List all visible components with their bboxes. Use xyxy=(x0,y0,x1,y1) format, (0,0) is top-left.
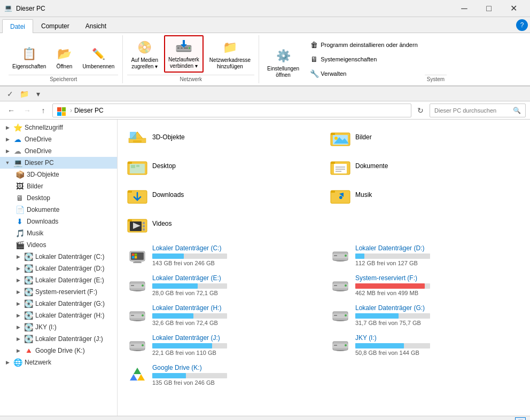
laufwerk-e-icon: 💽 xyxy=(24,276,33,284)
search-icon: 🔍 xyxy=(513,107,521,114)
view-large-icons-button[interactable]: ⊞ xyxy=(502,417,513,421)
laufwerk-g-label: Lokaler Datenträger (G:) xyxy=(35,300,105,307)
sidebar-item-laufwerk-h[interactable]: ▶ 💽 Lokaler Datenträger (H:) xyxy=(0,310,117,321)
onedrive1-icon: ☁ xyxy=(13,135,22,144)
address-path[interactable]: › Dieser PC xyxy=(52,104,411,117)
sidebar-item-laufwerk-d[interactable]: ▶ 💽 Lokaler Datenträger (D:) xyxy=(0,263,117,274)
laufwerk-h-icon: 💽 xyxy=(24,311,33,320)
qat-check-button[interactable]: ✓ xyxy=(4,88,16,100)
drive-item-c[interactable]: Lokaler Datenträger (C:) 143 GB frei von… xyxy=(122,241,323,269)
sidebar-item-dieser-pc[interactable]: ▼ 💻 Dieser PC xyxy=(0,157,117,169)
oeffnen-button[interactable]: 📂 Öffnen xyxy=(52,43,76,73)
drive-item-j[interactable]: Lokaler Datenträger (J:) 22,1 GB frei vo… xyxy=(122,331,323,359)
expand-icon: ▶ xyxy=(15,300,21,307)
dieser-pc-icon: 💻 xyxy=(13,159,22,167)
einstellungen-icon: ⚙️ xyxy=(275,47,292,65)
svg-marker-83 xyxy=(130,374,137,381)
tab-ansicht[interactable]: Ansicht xyxy=(77,19,114,33)
search-input[interactable] xyxy=(434,107,511,114)
refresh-button[interactable]: ↻ xyxy=(414,104,427,117)
systemeigenschaften-button[interactable]: 🖥 Systemeigenschaften xyxy=(307,53,420,65)
drive-f-info: System-reserviert (F:) 462 MB frei von 4… xyxy=(355,274,521,296)
folder-item-3d[interactable]: 3D-Objekte xyxy=(122,124,323,150)
tab-datei[interactable]: Datei xyxy=(2,19,33,33)
tab-computer[interactable]: Computer xyxy=(33,19,77,33)
sidebar-item-laufwerk-g[interactable]: ▶ 💽 Lokaler Datenträger (G:) xyxy=(0,298,117,310)
expand-icon: ▶ xyxy=(15,289,21,295)
programm-label: Programm deinstallieren oder ändern xyxy=(321,42,418,48)
sidebar-item-dokumente[interactable]: 📄 Dokumente xyxy=(0,204,117,216)
drive-item-k[interactable]: Google Drive (K:) 135 GB frei von 246 GB xyxy=(122,361,323,389)
svg-rect-74 xyxy=(131,345,134,346)
verwalten-icon: 🔧 xyxy=(310,69,318,78)
close-button[interactable]: ✕ xyxy=(501,0,526,17)
qat-folder-button[interactable]: 📁 xyxy=(18,88,30,100)
expand-icon: ▶ xyxy=(15,347,21,354)
drive-icon-j xyxy=(127,334,148,355)
sidebar-item-desktop[interactable]: 🖥 Desktop xyxy=(0,192,117,204)
drive-item-g[interactable]: Lokaler Datenträger (G:) 31,7 GB frei vo… xyxy=(325,301,526,329)
sidebar-item-onedrive1[interactable]: ▶ ☁ OneDrive xyxy=(0,133,117,145)
folder-item-bilder[interactable]: Bilder xyxy=(325,124,526,150)
laufwerk-h-label: Lokaler Datenträger (H:) xyxy=(35,312,104,319)
sidebar-item-bilder[interactable]: 🖼 Bilder xyxy=(0,180,117,192)
sidebar-item-laufwerk-i[interactable]: ▶ 💽 JKY (I:) xyxy=(0,321,117,333)
laufwerk-d-icon: 💽 xyxy=(24,264,33,273)
svg-rect-21 xyxy=(331,162,335,164)
folder-downloads-name: Downloads xyxy=(152,191,184,199)
sidebar-item-musik[interactable]: 🎵 Musik xyxy=(0,227,117,239)
sidebar-item-schnellzugriff[interactable]: ▶ ⭐ Schnellzugriff xyxy=(0,122,117,133)
folder-desktop-name: Desktop xyxy=(152,162,176,170)
qat-dropdown-button[interactable]: ▾ xyxy=(32,88,44,100)
drive-item-e[interactable]: Lokaler Datenträger (E:) 28,0 GB frei vo… xyxy=(122,271,323,299)
schnellzugriff-label: Schnellzugriff xyxy=(25,124,63,131)
drive-icon-k xyxy=(127,364,148,385)
maximize-button[interactable]: □ xyxy=(477,0,501,17)
programm-button[interactable]: 🗑 Programm deinstallieren oder ändern xyxy=(307,39,420,51)
sidebar-item-laufwerk-j[interactable]: ▶ 💽 Lokaler Datenträger (J:) xyxy=(0,333,117,345)
drive-item-f[interactable]: System-reserviert (F:) 462 MB frei von 4… xyxy=(325,271,526,299)
drive-d-size: 112 GB frei von 127 GB xyxy=(355,260,521,266)
dieser-pc-label: Dieser PC xyxy=(25,159,54,167)
minimize-button[interactable]: ─ xyxy=(452,0,477,17)
drive-item-d[interactable]: Lokaler Datenträger (D:) 112 GB frei von… xyxy=(325,241,526,269)
ribbon-group-speicherort-items: 📋 Eigenschaften 📂 Öffnen ✏️ Umbenennen xyxy=(9,35,118,75)
einstellungen-button[interactable]: ⚙️ Einstellungenöffnen xyxy=(263,45,303,81)
view-details-button[interactable]: ☰ xyxy=(515,417,526,421)
eigenschaften-button[interactable]: 📋 Eigenschaften xyxy=(9,43,50,73)
svg-rect-2 xyxy=(177,47,180,49)
folder-item-downloads[interactable]: Downloads xyxy=(122,181,323,208)
drive-item-h[interactable]: Lokaler Datenträger (H:) 32,6 GB frei vo… xyxy=(122,301,323,329)
svg-marker-84 xyxy=(137,374,145,381)
folder-item-musik[interactable]: Musik xyxy=(325,181,526,208)
up-button[interactable]: ↑ xyxy=(36,104,50,117)
sidebar-item-onedrive2[interactable]: ▶ ☁ OneDrive xyxy=(0,145,117,157)
sidebar-item-videos[interactable]: 🎬 Videos xyxy=(0,239,117,251)
drive-g-name: Lokaler Datenträger (G:) xyxy=(355,304,521,312)
sidebar-item-laufwerk-f[interactable]: ▶ 💽 System-reserviert (F:) xyxy=(0,286,117,298)
sidebar-item-3d[interactable]: 📦 3D-Objekte xyxy=(0,169,117,180)
help-button[interactable]: ? xyxy=(516,19,528,31)
medien-button[interactable]: 📀 Auf Medienzugreifen ▾ xyxy=(127,36,162,73)
sidebar-item-laufwerk-c[interactable]: ▶ 💽 Lokaler Datenträger (C:) xyxy=(0,251,117,263)
netzwerkadresse-button[interactable]: 📁 Netzwerkadressehinzufügen xyxy=(206,36,254,73)
path-dieser-pc: Dieser PC xyxy=(74,107,104,114)
netzlaufwerk-button[interactable]: Netzlaufwerkverbinden ▾ xyxy=(164,35,204,73)
folder-item-desktop[interactable]: Desktop xyxy=(122,153,323,179)
sidebar-item-laufwerk-e[interactable]: ▶ 💽 Lokaler Datenträger (E:) xyxy=(0,274,117,286)
sidebar-item-laufwerk-k[interactable]: ▶ 🔺 Google Drive (K:) xyxy=(0,345,117,356)
schnellzugriff-icon: ⭐ xyxy=(13,123,22,132)
sidebar-item-downloads[interactable]: ⬇ Downloads xyxy=(0,216,117,227)
verwalten-button[interactable]: 🔧 Verwalten xyxy=(307,68,420,80)
forward-button[interactable]: → xyxy=(20,104,34,117)
drive-h-info: Lokaler Datenträger (H:) 32,6 GB frei vo… xyxy=(152,304,318,326)
eigenschaften-label: Eigenschaften xyxy=(12,64,46,70)
einstellungen-label: Einstellungenöffnen xyxy=(267,66,299,78)
folder-item-dokumente[interactable]: Dokumente xyxy=(325,153,526,179)
folder-item-videos[interactable]: Videos xyxy=(122,210,323,237)
back-button[interactable]: ← xyxy=(4,104,18,117)
svg-point-50 xyxy=(345,255,347,257)
umbenennen-button[interactable]: ✏️ Umbenennen xyxy=(79,43,118,73)
drive-item-i[interactable]: JKY (I:) 50,8 GB frei von 144 GB xyxy=(325,331,526,359)
sidebar-item-netzwerk[interactable]: ▶ 🌐 Netzwerk xyxy=(0,356,117,368)
